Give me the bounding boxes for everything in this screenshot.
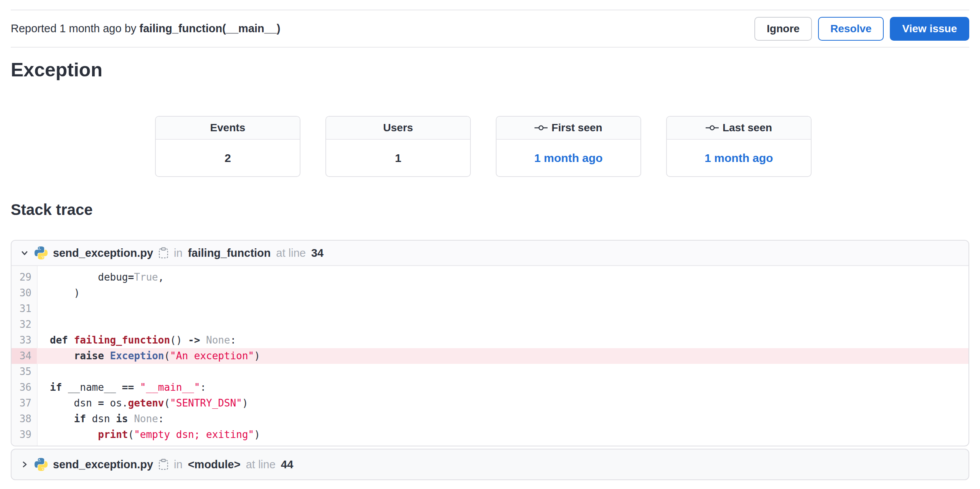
stack-trace-title: Stack trace — [11, 200, 969, 219]
python-icon — [35, 246, 48, 259]
code-text: dsn = os.getenv("SENTRY_DSN") — [37, 395, 968, 411]
line-number: 36 — [12, 380, 37, 395]
stat-label-first-seen: First seen — [497, 117, 640, 140]
code-line: 36if __name__ == "__main__": — [12, 380, 968, 395]
stat-card-users: Users 1 — [325, 116, 471, 177]
exception-title: Exception — [11, 58, 969, 81]
chevron-down-icon — [20, 248, 29, 258]
line-number: 39 — [12, 427, 37, 443]
stat-value-first-seen[interactable]: 1 month ago — [497, 140, 640, 176]
code-line: 35 — [12, 364, 968, 380]
code-line: 34 raise Exception("An exception") — [12, 348, 968, 364]
stat-label-text: First seen — [551, 122, 602, 134]
frame-line-number: 44 — [281, 458, 293, 471]
code-line: 32 — [12, 317, 968, 332]
report-header-bar: Reported 1 month ago by failing_function… — [11, 10, 969, 48]
stat-label-users: Users — [326, 117, 470, 140]
stat-card-last-seen: Last seen 1 month ago — [666, 116, 812, 177]
header-actions: Ignore Resolve View issue — [754, 17, 969, 41]
stat-value-events: 2 — [156, 140, 300, 176]
code-block: 29 debug=True,30 )31 32 33def failing_fu… — [12, 266, 968, 446]
line-number: 31 — [12, 301, 37, 317]
stat-label-last-seen: Last seen — [667, 117, 811, 140]
line-number: 34 — [12, 348, 37, 364]
copy-icon[interactable] — [158, 459, 168, 470]
stat-value-users: 1 — [326, 140, 470, 176]
stat-label-events: Events — [156, 117, 300, 140]
commit-icon — [706, 125, 719, 131]
stat-card-events: Events 2 — [155, 116, 300, 177]
code-text: def failing_function() -> None: — [37, 332, 968, 348]
stat-value-last-seen[interactable]: 1 month ago — [667, 140, 811, 176]
frame-function: failing_function — [188, 247, 271, 259]
python-icon — [35, 458, 48, 471]
frame-at-label: at line — [246, 458, 276, 471]
stat-label-text: Last seen — [723, 122, 772, 134]
line-number: 30 — [12, 285, 37, 301]
copy-icon[interactable] — [158, 247, 168, 259]
code-line: 39 print("empty dsn; exiting") — [12, 427, 968, 443]
stack-frame-collapsed: send_exception.py in <module> at line 44 — [11, 449, 969, 480]
code-line: 33def failing_function() -> None: — [12, 332, 968, 348]
chevron-right-icon — [20, 460, 29, 469]
commit-icon — [535, 125, 548, 131]
line-number: 37 — [12, 395, 37, 411]
code-text — [37, 317, 968, 332]
frame-at-label: at line — [276, 247, 306, 259]
code-text — [37, 301, 968, 317]
stack-frame-expanded: send_exception.py in failing_function at… — [11, 240, 969, 446]
stat-card-first-seen: First seen 1 month ago — [496, 116, 641, 177]
reported-prefix: Reported 1 month ago by — [11, 22, 139, 35]
reported-text: Reported 1 month ago by failing_function… — [11, 22, 280, 35]
code-line: 38 if dsn is None: — [12, 411, 968, 427]
ignore-button[interactable]: Ignore — [754, 17, 812, 41]
line-number: 29 — [12, 269, 37, 285]
reporter-name: failing_function(__main__) — [139, 22, 280, 35]
stack-trace-list: send_exception.py in failing_function at… — [11, 240, 969, 480]
code-text: debug=True, — [37, 269, 968, 285]
code-line: 31 — [12, 301, 968, 317]
code-text: raise Exception("An exception") — [37, 348, 968, 364]
code-line: 37 dsn = os.getenv("SENTRY_DSN") — [12, 395, 968, 411]
code-text: if __name__ == "__main__": — [37, 380, 968, 395]
frame-line-number: 34 — [311, 247, 323, 259]
resolve-button[interactable]: Resolve — [818, 17, 884, 41]
code-text: print("empty dsn; exiting") — [37, 427, 968, 443]
stat-label-text: Events — [210, 122, 246, 134]
frame-in-label: in — [174, 458, 183, 471]
stats-row: Events 2 Users 1 First seen 1 month ago … — [155, 116, 980, 177]
code-text: if dsn is None: — [37, 411, 968, 427]
line-number: 32 — [12, 317, 37, 332]
code-line: 30 ) — [12, 285, 968, 301]
frame-in-label: in — [174, 247, 183, 259]
view-issue-button[interactable]: View issue — [890, 17, 969, 41]
code-line: 29 debug=True, — [12, 269, 968, 285]
stat-label-text: Users — [383, 122, 413, 134]
frame-function: <module> — [188, 458, 241, 471]
frame-header[interactable]: send_exception.py in <module> at line 44 — [12, 458, 968, 471]
line-number: 38 — [12, 411, 37, 427]
code-text — [37, 364, 968, 380]
line-number: 33 — [12, 332, 37, 348]
code-text: ) — [37, 285, 968, 301]
frame-header[interactable]: send_exception.py in failing_function at… — [12, 241, 968, 266]
line-number: 35 — [12, 364, 37, 380]
frame-filename: send_exception.py — [53, 247, 153, 259]
frame-filename: send_exception.py — [53, 458, 153, 471]
